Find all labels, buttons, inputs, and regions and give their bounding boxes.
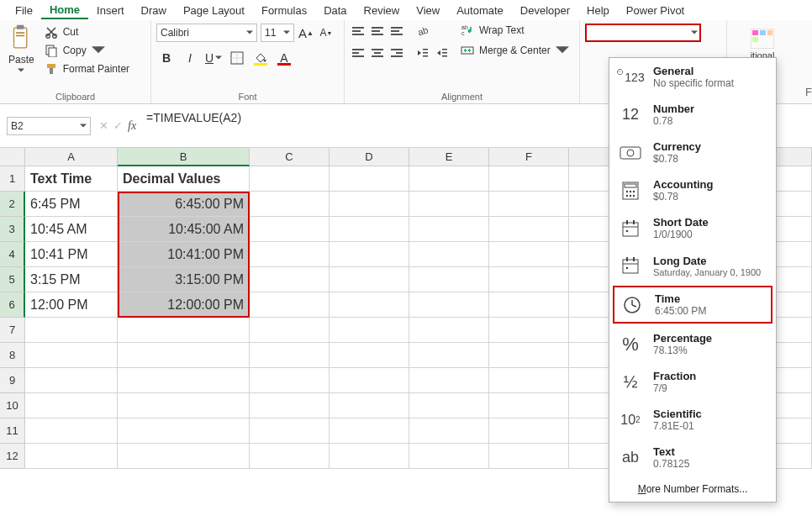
row-header-3[interactable]: 3 [0,217,25,242]
cell-b11[interactable] [118,418,250,444]
more-number-formats[interactable]: More Number Formats... [609,476,776,498]
cell-c11[interactable] [250,418,330,444]
col-header-e[interactable]: E [409,148,489,166]
align-right-button[interactable] [388,45,405,61]
cell-a2[interactable]: 6:45 PM [25,192,118,217]
paste-button[interactable]: Paste [5,24,38,74]
format-general[interactable]: ⏲123 GeneralNo specific format [609,58,776,96]
font-color-button[interactable]: A [274,49,294,67]
cell-c10[interactable] [250,393,330,418]
cell-b3[interactable]: 10:45:00 AM [118,217,250,242]
cell-b10[interactable] [118,393,250,418]
cell-e9[interactable] [409,368,489,393]
menu-draw[interactable]: Draw [133,3,175,18]
menu-help[interactable]: Help [578,3,618,18]
cell-a1[interactable]: Text Time [25,166,118,192]
cell-f7[interactable] [489,318,569,343]
row-header-10[interactable]: 10 [0,393,25,418]
align-center-button[interactable] [369,45,386,61]
cell-d3[interactable] [330,217,409,242]
cell-d9[interactable] [330,368,409,393]
cell-f3[interactable] [489,217,569,242]
row-header-2[interactable]: 2 [0,192,25,217]
cell-d10[interactable] [330,393,409,418]
col-header-b[interactable]: B [118,148,250,166]
menu-review[interactable]: Review [356,3,409,18]
cell-c3[interactable] [250,217,330,242]
align-middle-button[interactable] [369,24,386,39]
name-box[interactable]: B2 [7,117,91,135]
cell-e11[interactable] [409,418,489,444]
row-header-7[interactable]: 7 [0,318,25,343]
cell-e7[interactable] [409,318,489,343]
cell-a9[interactable] [25,368,118,393]
copy-button[interactable]: Copy [45,44,129,57]
format-number[interactable]: 12 Number0.78 [609,96,776,134]
cell-f2[interactable] [489,192,569,217]
menu-view[interactable]: View [408,3,448,18]
cell-e3[interactable] [409,217,489,242]
cell-f12[interactable] [489,444,569,469]
decrease-font-button[interactable]: A▼ [318,24,335,41]
cell-f8[interactable] [489,343,569,368]
format-scientific[interactable]: 102 Scientific7.81E-01 [609,401,776,439]
format-short-date[interactable]: Short Date1/0/1900 [609,209,776,247]
fx-icon[interactable]: fx [128,119,136,133]
increase-font-button[interactable]: A▲ [298,24,314,41]
menu-data[interactable]: Data [315,3,355,18]
cell-e5[interactable] [409,267,489,292]
cell-f5[interactable] [489,267,569,292]
cell-e12[interactable] [409,444,489,469]
cut-button[interactable]: Cut [45,25,129,39]
format-long-date[interactable]: Long DateSaturday, January 0, 1900 [609,247,776,284]
cell-a8[interactable] [25,343,118,368]
wrap-text-button[interactable]: abc Wrap Text [461,24,569,37]
cell-c2[interactable] [250,192,330,217]
row-header-5[interactable]: 5 [0,267,25,292]
cell-b7[interactable] [118,318,250,343]
cell-d5[interactable] [330,267,409,292]
cell-c1[interactable] [250,166,330,192]
cell-a7[interactable] [25,318,118,343]
row-header-11[interactable]: 11 [0,418,25,444]
borders-button[interactable] [227,49,247,67]
col-header-d[interactable]: D [330,148,409,166]
format-percentage[interactable]: % Percentage78.13% [609,325,776,363]
format-text[interactable]: ab Text0.78125 [609,439,776,476]
col-header-a[interactable]: A [25,148,118,166]
cell-d7[interactable] [330,318,409,343]
menu-formulas[interactable]: Formulas [253,3,315,18]
orientation-button[interactable]: ab [414,24,431,39]
format-currency[interactable]: Currency$0.78 [609,134,776,171]
italic-button[interactable]: I [180,49,200,67]
menu-developer[interactable]: Developer [512,3,578,18]
cell-f1[interactable] [489,166,569,192]
cell-f4[interactable] [489,242,569,267]
row-header-4[interactable]: 4 [0,242,25,267]
cell-b6[interactable]: 12:00:00 PM [118,292,250,318]
menu-page-layout[interactable]: Page Layout [175,3,253,18]
cell-a6[interactable]: 12:00 PM [25,292,118,318]
cell-c9[interactable] [250,368,330,393]
cell-b5[interactable]: 3:15:00 PM [118,267,250,292]
menu-power-pivot[interactable]: Power Pivot [618,3,693,18]
fill-color-button[interactable] [250,49,271,67]
format-time[interactable]: Time6:45:00 PM [613,286,772,324]
font-size-dropdown[interactable]: 11 [261,24,294,42]
select-all-corner[interactable] [0,148,25,166]
merge-center-button[interactable]: Merge & Center [461,44,569,57]
cell-c7[interactable] [250,318,330,343]
format-painter-button[interactable]: Format Painter [45,62,129,76]
row-header-1[interactable]: 1 [0,166,25,192]
cell-b9[interactable] [118,368,250,393]
number-format-dropdown[interactable] [585,24,701,42]
menu-home[interactable]: Home [41,2,88,19]
cell-f9[interactable] [489,368,569,393]
cell-b1[interactable]: Decimal Values [118,166,250,192]
cell-d8[interactable] [330,343,409,368]
cell-e4[interactable] [409,242,489,267]
cell-e6[interactable] [409,292,489,318]
font-name-dropdown[interactable]: Calibri [156,24,257,42]
cell-f10[interactable] [489,393,569,418]
menu-file[interactable]: File [7,3,41,18]
